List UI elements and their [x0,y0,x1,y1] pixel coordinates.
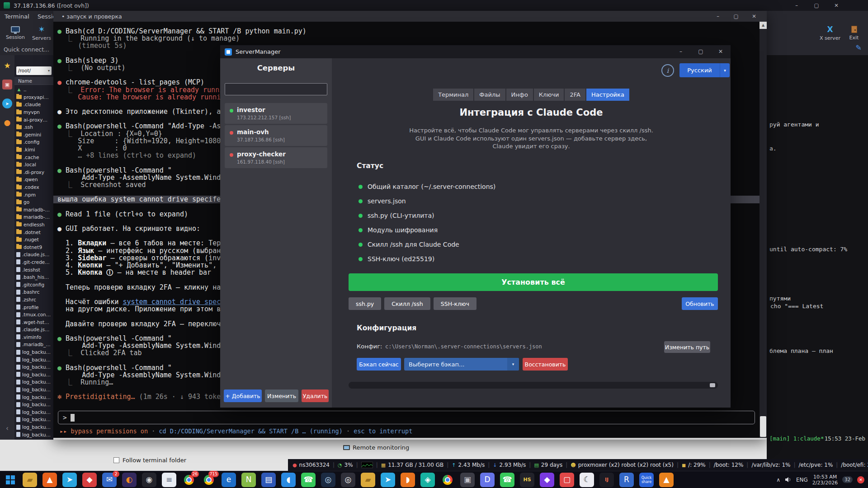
file-list-item[interactable]: .zshrc [14,296,53,304]
file-list-item[interactable]: .viminfo [14,333,53,341]
file-list-item[interactable]: .di-proxy [14,169,53,176]
intellij-icon[interactable]: IJ [599,473,614,487]
language-indicator[interactable]: ENG [796,477,808,483]
file-list-item[interactable]: log_backu… [14,363,53,371]
terminal-scrollbar[interactable]: ▲ [760,22,767,438]
file-list-item[interactable]: .qwen [14,176,53,183]
file-list-item[interactable]: .bashrc [14,288,53,296]
notepad-icon[interactable]: ≡ [162,473,176,487]
discord-icon[interactable]: D [480,473,495,487]
file-list-item[interactable]: log_backu… [14,401,53,408]
refresh-button[interactable]: Обновить [682,297,718,310]
edit-server-button[interactable]: Изменить [265,389,298,402]
file-list-item[interactable]: .local [14,161,53,169]
delete-server-button[interactable]: Удалить [302,389,329,402]
close-button[interactable]: ✕ [745,11,763,22]
file-list-item[interactable]: log_backu… [14,356,53,363]
file-list-item[interactable]: .npm [14,191,53,198]
file-list-item[interactable]: log_backu… [14,386,53,394]
taskbar-clock[interactable]: 10:53 AM 2/23/2026 [812,474,838,486]
pencil-icon[interactable]: ✎ [856,43,862,52]
language-select[interactable]: Русский ▾ [679,63,730,77]
chrome-icon[interactable]: 26 [182,473,196,487]
tab-Настройка[interactable]: Настройка [586,89,629,101]
menu-terminal[interactable]: Terminal [5,13,29,20]
terminal-input[interactable]: > [58,411,755,424]
file-list-item[interactable]: .claude.js… [14,251,53,258]
tab-Файлы[interactable]: Файлы [474,89,505,101]
file-list-item[interactable]: log_backu… [14,423,53,431]
exit-button[interactable]: Exit [843,21,865,45]
tray-chevron-up-icon[interactable]: ∧ [776,477,780,483]
x-server-button[interactable]: X X server [817,21,843,45]
teal-app-icon[interactable]: ◈ [420,473,435,487]
tray-close-icon[interactable]: ✕ [857,476,864,483]
file-list-item[interactable]: log_backu… [14,348,53,356]
purple-app-icon[interactable]: ◆ [540,473,554,487]
file-list-item[interactable]: mariadb-… [14,213,53,221]
github-icon[interactable]: ◉ [142,473,156,487]
hs-app-icon[interactable]: HS [520,473,534,487]
maximize-button[interactable]: ▢ [691,45,711,58]
path-dropdown[interactable]: /root/ ▾ [16,66,52,75]
vscode-icon[interactable]: ◖ [281,473,296,487]
tab-2FA[interactable]: 2FA [565,89,585,101]
blue-app-icon[interactable]: ▤ [261,473,276,487]
scroll-up-icon[interactable]: ▲ [760,22,767,29]
install-all-button[interactable]: Установить всё [349,273,718,291]
collapse-sidebar-icon[interactable]: ‹ [6,424,9,432]
file-list-item[interactable]: .tmux.con… [14,311,53,319]
add-server-button[interactable]: + Добавить [224,389,262,402]
file-list-item[interactable]: log_backu… [14,416,53,423]
tab-Терминал[interactable]: Терминал [433,89,473,101]
restore-button[interactable]: Восстановить [523,358,568,371]
file-list-item[interactable]: .mariadb_… [14,341,53,348]
file-list-item[interactable]: .git-crede… [14,258,53,266]
minimize-button[interactable]: – [787,0,807,11]
close-button[interactable]: ✕ [826,0,846,11]
whatsapp-icon-2[interactable]: ☎ [500,473,514,487]
file-list-item[interactable]: proxyapi… [14,94,53,101]
file-list-item[interactable]: .profile [14,303,53,311]
file-list-item[interactable]: .wget-hst… [14,318,53,326]
component-button[interactable]: ssh.py [349,297,381,310]
notification-count-badge[interactable]: 32 [842,476,853,483]
orange-dot-icon[interactable]: ● [2,117,12,127]
maximize-button[interactable]: ▢ [727,11,745,22]
red-app-icon[interactable]: ◆ [82,473,97,487]
horizontal-scrollbar[interactable] [349,382,718,389]
chrome-icon-2[interactable]: 715 [202,473,216,487]
file-list-item[interactable]: log_backu… [14,371,53,379]
file-list-item[interactable]: .claude.js… [14,326,53,333]
file-list-item[interactable]: log_backu… [14,431,53,438]
telegram-icon[interactable]: ➤ [2,99,12,108]
file-list-item[interactable]: .lesshst [14,266,53,273]
edge-icon[interactable]: e [222,473,236,487]
obs-icon[interactable]: ◎ [341,473,355,487]
info-button[interactable]: i [661,64,674,77]
scrollbar-thumb[interactable] [710,383,715,387]
file-list-item[interactable]: go [14,198,53,206]
file-list-item[interactable]: log_backu… [14,393,53,401]
file-list-item[interactable]: ai-proxy… [14,116,53,123]
minimize-button[interactable]: – [671,45,691,58]
dark-app-icon[interactable]: ▣ [460,473,475,487]
component-button[interactable]: SSH-ключ [434,297,476,310]
telegram-icon[interactable]: ➤ [62,473,77,487]
backup-select[interactable]: Выберите бэкап... ▾ [404,358,519,371]
moon-app-icon[interactable]: ☾ [580,473,594,487]
whatsapp-icon[interactable]: ☎ [301,473,316,487]
notepadpp-icon[interactable]: N [241,473,256,487]
speaker-icon[interactable] [785,477,792,483]
name-column-header[interactable]: Name [14,77,53,85]
file-explorer-icon[interactable]: ▰ [23,473,37,487]
server-list-item[interactable]: main-ovh37.187.136.86 [ssh] [225,125,327,146]
firefox-icon-2[interactable]: ◗ [401,473,415,487]
follow-terminal-folder-checkbox[interactable]: Follow terminal folder [113,457,186,464]
steam-icon[interactable]: ◎ [321,473,335,487]
file-list-item[interactable]: mariadb-… [14,206,53,214]
firefox-icon[interactable]: ◐ [122,473,137,487]
quick-connect-input[interactable]: Quick connect... [4,46,49,53]
tools-icon[interactable]: ▣ [2,80,12,89]
scrollbar-thumb[interactable] [760,416,766,437]
